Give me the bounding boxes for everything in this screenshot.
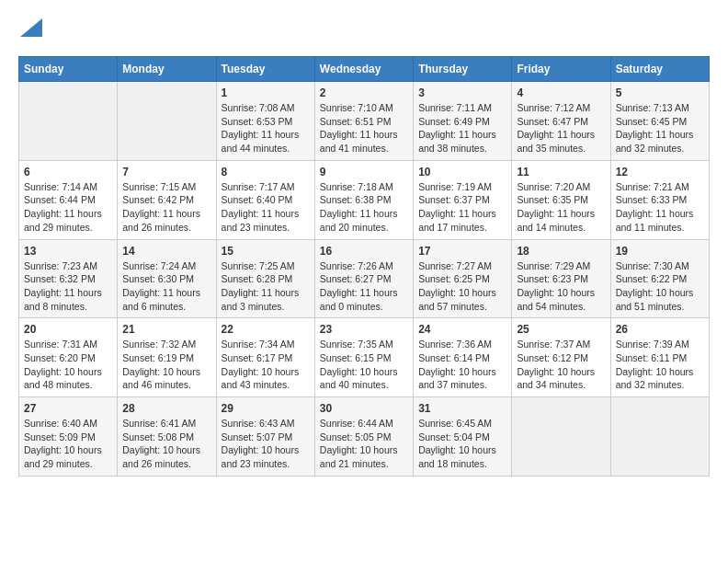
day-number: 21 xyxy=(122,323,210,336)
day-number: 8 xyxy=(222,166,310,178)
day-number: 29 xyxy=(222,402,310,415)
calendar-cell: 2Sunrise: 7:10 AM Sunset: 6:51 PM Daylig… xyxy=(314,82,413,161)
day-number: 5 xyxy=(616,86,704,99)
day-info: Sunrise: 7:32 AM Sunset: 6:19 PM Dayligh… xyxy=(122,338,210,392)
calendar-cell: 3Sunrise: 7:11 AM Sunset: 6:49 PM Daylig… xyxy=(414,82,512,161)
weekday-header-wednesday: Wednesday xyxy=(314,57,413,82)
weekday-header-thursday: Thursday xyxy=(414,57,512,82)
day-number: 7 xyxy=(122,166,210,178)
weekday-header-sunday: Sunday xyxy=(19,57,118,82)
calendar-cell xyxy=(118,82,216,161)
calendar-cell: 19Sunrise: 7:30 AM Sunset: 6:22 PM Dayli… xyxy=(610,239,709,318)
calendar-cell: 24Sunrise: 7:36 AM Sunset: 6:14 PM Dayli… xyxy=(414,318,512,397)
day-info: Sunrise: 7:15 AM Sunset: 6:42 PM Dayligh… xyxy=(122,180,210,235)
calendar-cell: 13Sunrise: 7:23 AM Sunset: 6:32 PM Dayli… xyxy=(19,239,118,318)
day-number: 20 xyxy=(24,323,112,336)
calendar-table: SundayMondayTuesdayWednesdayThursdayFrid… xyxy=(18,56,710,477)
day-info: Sunrise: 7:17 AM Sunset: 6:40 PM Dayligh… xyxy=(222,180,310,235)
day-number: 2 xyxy=(320,86,408,99)
day-info: Sunrise: 6:40 AM Sunset: 5:09 PM Dayligh… xyxy=(24,417,112,471)
day-number: 24 xyxy=(418,323,506,336)
calendar-cell: 11Sunrise: 7:20 AM Sunset: 6:35 PM Dayli… xyxy=(512,160,610,239)
calendar-cell xyxy=(19,82,118,161)
calendar-week-row: 1Sunrise: 7:08 AM Sunset: 6:53 PM Daylig… xyxy=(19,82,710,161)
calendar-cell: 5Sunrise: 7:13 AM Sunset: 6:45 PM Daylig… xyxy=(610,82,709,161)
day-info: Sunrise: 7:12 AM Sunset: 6:47 PM Dayligh… xyxy=(517,101,605,155)
calendar-cell: 22Sunrise: 7:34 AM Sunset: 6:17 PM Dayli… xyxy=(216,318,314,397)
calendar-cell: 14Sunrise: 7:24 AM Sunset: 6:30 PM Dayli… xyxy=(118,239,216,318)
calendar-cell: 27Sunrise: 6:40 AM Sunset: 5:09 PM Dayli… xyxy=(19,397,118,477)
day-number: 6 xyxy=(24,166,112,178)
day-info: Sunrise: 6:45 AM Sunset: 5:04 PM Dayligh… xyxy=(418,417,506,471)
svg-marker-0 xyxy=(20,18,42,37)
day-number: 23 xyxy=(320,323,408,336)
day-info: Sunrise: 7:10 AM Sunset: 6:51 PM Dayligh… xyxy=(320,101,408,155)
calendar-cell: 29Sunrise: 6:43 AM Sunset: 5:07 PM Dayli… xyxy=(216,397,314,477)
calendar-cell: 17Sunrise: 7:27 AM Sunset: 6:25 PM Dayli… xyxy=(414,239,512,318)
day-number: 17 xyxy=(418,245,506,258)
day-info: Sunrise: 7:31 AM Sunset: 6:20 PM Dayligh… xyxy=(24,338,112,392)
day-info: Sunrise: 7:27 AM Sunset: 6:25 PM Dayligh… xyxy=(418,259,506,314)
day-info: Sunrise: 7:23 AM Sunset: 6:32 PM Dayligh… xyxy=(24,259,112,314)
calendar-cell: 6Sunrise: 7:14 AM Sunset: 6:44 PM Daylig… xyxy=(19,160,118,239)
day-info: Sunrise: 7:19 AM Sunset: 6:37 PM Dayligh… xyxy=(418,180,506,235)
day-number: 26 xyxy=(616,323,704,336)
day-number: 3 xyxy=(418,86,506,99)
day-number: 16 xyxy=(320,245,408,258)
calendar-week-row: 13Sunrise: 7:23 AM Sunset: 6:32 PM Dayli… xyxy=(19,239,710,318)
calendar-cell: 25Sunrise: 7:37 AM Sunset: 6:12 PM Dayli… xyxy=(512,318,610,397)
calendar-cell xyxy=(512,397,610,477)
calendar-cell: 26Sunrise: 7:39 AM Sunset: 6:11 PM Dayli… xyxy=(610,318,709,397)
day-info: Sunrise: 6:41 AM Sunset: 5:08 PM Dayligh… xyxy=(122,417,210,471)
day-info: Sunrise: 7:26 AM Sunset: 6:27 PM Dayligh… xyxy=(320,259,408,314)
day-info: Sunrise: 7:35 AM Sunset: 6:15 PM Dayligh… xyxy=(320,338,408,392)
day-number: 10 xyxy=(418,166,506,178)
day-info: Sunrise: 7:11 AM Sunset: 6:49 PM Dayligh… xyxy=(418,101,506,155)
day-info: Sunrise: 7:14 AM Sunset: 6:44 PM Dayligh… xyxy=(24,180,112,235)
logo xyxy=(18,18,42,41)
calendar-week-row: 20Sunrise: 7:31 AM Sunset: 6:20 PM Dayli… xyxy=(19,318,710,397)
calendar-cell: 20Sunrise: 7:31 AM Sunset: 6:20 PM Dayli… xyxy=(19,318,118,397)
day-info: Sunrise: 7:25 AM Sunset: 6:28 PM Dayligh… xyxy=(222,259,310,314)
calendar-cell: 8Sunrise: 7:17 AM Sunset: 6:40 PM Daylig… xyxy=(216,160,314,239)
day-number: 27 xyxy=(24,402,112,415)
day-number: 11 xyxy=(517,166,605,178)
calendar-cell: 12Sunrise: 7:21 AM Sunset: 6:33 PM Dayli… xyxy=(610,160,709,239)
day-info: Sunrise: 6:44 AM Sunset: 5:05 PM Dayligh… xyxy=(320,417,408,471)
day-number: 12 xyxy=(616,166,704,178)
calendar-cell: 30Sunrise: 6:44 AM Sunset: 5:05 PM Dayli… xyxy=(314,397,413,477)
day-info: Sunrise: 7:20 AM Sunset: 6:35 PM Dayligh… xyxy=(517,180,605,235)
calendar-cell: 18Sunrise: 7:29 AM Sunset: 6:23 PM Dayli… xyxy=(512,239,610,318)
day-number: 28 xyxy=(122,402,210,415)
day-number: 31 xyxy=(418,402,506,415)
day-info: Sunrise: 7:08 AM Sunset: 6:53 PM Dayligh… xyxy=(222,101,310,155)
calendar-cell: 1Sunrise: 7:08 AM Sunset: 6:53 PM Daylig… xyxy=(216,82,314,161)
weekday-header-saturday: Saturday xyxy=(610,57,709,82)
weekday-header-friday: Friday xyxy=(512,57,610,82)
day-number: 14 xyxy=(122,245,210,258)
day-info: Sunrise: 7:24 AM Sunset: 6:30 PM Dayligh… xyxy=(122,259,210,314)
day-number: 18 xyxy=(517,245,605,258)
day-info: Sunrise: 7:13 AM Sunset: 6:45 PM Dayligh… xyxy=(616,101,704,155)
day-info: Sunrise: 7:21 AM Sunset: 6:33 PM Dayligh… xyxy=(616,180,704,235)
day-number: 9 xyxy=(320,166,408,178)
day-info: Sunrise: 7:34 AM Sunset: 6:17 PM Dayligh… xyxy=(222,338,310,392)
day-number: 4 xyxy=(517,86,605,99)
page-header xyxy=(18,18,710,41)
day-number: 30 xyxy=(320,402,408,415)
weekday-header-row: SundayMondayTuesdayWednesdayThursdayFrid… xyxy=(19,57,710,82)
day-number: 15 xyxy=(222,245,310,258)
day-info: Sunrise: 7:37 AM Sunset: 6:12 PM Dayligh… xyxy=(517,338,605,392)
calendar-week-row: 6Sunrise: 7:14 AM Sunset: 6:44 PM Daylig… xyxy=(19,160,710,239)
weekday-header-monday: Monday xyxy=(118,57,216,82)
calendar-cell: 10Sunrise: 7:19 AM Sunset: 6:37 PM Dayli… xyxy=(414,160,512,239)
day-info: Sunrise: 6:43 AM Sunset: 5:07 PM Dayligh… xyxy=(222,417,310,471)
calendar-cell: 4Sunrise: 7:12 AM Sunset: 6:47 PM Daylig… xyxy=(512,82,610,161)
day-info: Sunrise: 7:39 AM Sunset: 6:11 PM Dayligh… xyxy=(616,338,704,392)
day-number: 1 xyxy=(222,86,310,99)
day-info: Sunrise: 7:29 AM Sunset: 6:23 PM Dayligh… xyxy=(517,259,605,314)
calendar-week-row: 27Sunrise: 6:40 AM Sunset: 5:09 PM Dayli… xyxy=(19,397,710,477)
day-number: 13 xyxy=(24,245,112,258)
calendar-cell: 28Sunrise: 6:41 AM Sunset: 5:08 PM Dayli… xyxy=(118,397,216,477)
calendar-cell: 31Sunrise: 6:45 AM Sunset: 5:04 PM Dayli… xyxy=(414,397,512,477)
